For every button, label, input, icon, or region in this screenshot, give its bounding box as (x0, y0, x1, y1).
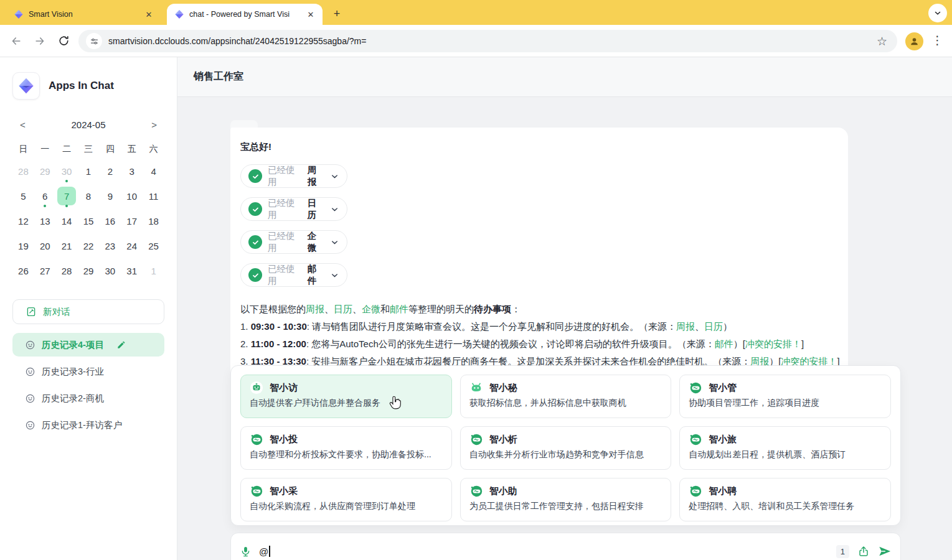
calendar-day[interactable]: 20 (34, 233, 56, 258)
calendar-day[interactable]: 18 (143, 208, 164, 233)
used-tool-pill[interactable]: 已经使用 企微 (240, 230, 347, 254)
calendar-day[interactable]: 30 (56, 159, 78, 184)
calendar-weekdays: 日一二三四五六 (12, 144, 164, 155)
mic-icon[interactable] (240, 546, 252, 558)
next-month-icon[interactable]: > (148, 118, 161, 131)
check-circle-icon (248, 169, 262, 183)
tab-title: chat - Powered by Smart Visi (189, 10, 290, 19)
greeting-text: 宝总好! (240, 141, 838, 153)
agent-card[interactable]: 智小析 自动收集并分析行业市场趋势和竞争对手信息 (460, 426, 672, 470)
calendar-day[interactable]: 13 (34, 208, 56, 233)
agent-card[interactable]: 智小秘 获取招标信息，并从招标信息中获取商机 (460, 375, 672, 418)
calendar-day[interactable]: 14 (56, 208, 78, 233)
chevron-down-icon[interactable] (330, 238, 339, 247)
agent-card[interactable]: 智小采 自动化采购流程，从供应商管理到订单处理 (240, 478, 452, 521)
calendar-day[interactable]: 25 (143, 233, 164, 258)
new-chat-button[interactable]: 新对话 (12, 299, 164, 324)
history-item[interactable]: 历史记录2-商机 (12, 386, 164, 410)
calendar-day[interactable]: 19 (12, 233, 34, 258)
calendar-day[interactable]: 1 (143, 258, 164, 283)
calendar-day[interactable]: 7 (56, 184, 78, 208)
calendar-day[interactable]: 2 (99, 159, 121, 184)
check-circle-icon (248, 235, 262, 249)
tab-chat[interactable]: chat - Powered by Smart Visi ✕ (167, 4, 323, 25)
agent-card[interactable]: 智小旅 自动规划出差日程，提供机票、酒店预订 (679, 426, 891, 470)
source-link[interactable]: 邮件 (390, 304, 408, 314)
calendar-day[interactable]: 30 (99, 258, 121, 283)
calendar-day[interactable]: 10 (121, 184, 143, 208)
tab-search-icon[interactable] (928, 4, 947, 22)
url-bar[interactable]: smartvision.dcclouds.com/appsinchat/2404… (78, 30, 897, 52)
calendar-day[interactable]: 28 (12, 159, 34, 184)
agent-card[interactable]: 智小投 自动整理和分析投标文件要求，协助准备投标... (240, 426, 452, 470)
robot-android-icon (469, 381, 483, 394)
send-icon[interactable] (878, 544, 892, 558)
calendar-day[interactable]: 23 (99, 233, 121, 258)
agent-card[interactable]: 智小助 为员工提供日常工作管理支持，包括日程安排 (460, 478, 672, 521)
back-icon[interactable] (9, 34, 24, 49)
calendar-day[interactable]: 29 (34, 159, 56, 184)
calendar-day[interactable]: 12 (12, 208, 34, 233)
used-tool-pill[interactable]: 已经使用 周报 (240, 164, 347, 188)
source-link[interactable]: 周报 (306, 304, 324, 314)
profile-avatar[interactable] (905, 32, 923, 50)
source-link[interactable]: 日历 (704, 321, 723, 332)
calendar-grid: 2829301234567891011121314151617181920212… (12, 159, 164, 283)
reload-icon[interactable] (56, 34, 71, 49)
source-link[interactable]: 周报 (676, 321, 695, 332)
calendar-day[interactable]: 26 (12, 258, 34, 283)
message-input[interactable]: @ 1 (230, 533, 901, 560)
agent-picker-popup: 智小访 自动提供客户拜访信息并整合服务 智小秘 获取招标信息，并从招标信息中获取… (230, 365, 901, 526)
calendar-day[interactable]: 3 (121, 159, 143, 184)
source-link[interactable]: 冲突的安排！ (745, 338, 801, 349)
chevron-down-icon[interactable] (330, 205, 339, 214)
calendar-day[interactable]: 29 (78, 258, 100, 283)
tab-title: Smart Vision (29, 10, 73, 19)
calendar-day[interactable]: 11 (143, 184, 164, 208)
calendar-day[interactable]: 31 (121, 258, 143, 283)
agent-description: 获取招标信息，并从招标信息中获取商机 (469, 398, 662, 409)
calendar-day[interactable]: 17 (121, 208, 143, 233)
agent-card[interactable]: 智小访 自动提供客户拜访信息并整合服务 (240, 375, 452, 418)
calendar-day[interactable]: 5 (12, 184, 34, 208)
chat-history-icon (25, 420, 35, 431)
calendar-day[interactable]: 27 (34, 258, 56, 283)
used-tool-pill[interactable]: 已经使用 邮件 (240, 263, 347, 287)
new-tab-icon[interactable]: + (329, 6, 345, 22)
calendar-day[interactable]: 1 (78, 159, 100, 184)
upload-icon[interactable] (857, 545, 870, 558)
source-link[interactable]: 企微 (362, 304, 380, 314)
calendar-day[interactable]: 22 (78, 233, 100, 258)
calendar-day[interactable]: 24 (121, 233, 143, 258)
history-item[interactable]: 历史记录3-行业 (12, 360, 164, 383)
menu-dots-icon[interactable]: ⋮ (931, 33, 943, 47)
chat-history-icon (25, 340, 35, 350)
history-item[interactable]: 历史记录4-项目 (12, 333, 164, 357)
todo-section: 以下是根据您的周报、日历、企微和邮件等整理的明天的待办事项： 1. 09:30 … (240, 301, 838, 370)
site-settings-icon[interactable] (86, 33, 102, 49)
close-icon[interactable]: ✕ (143, 9, 154, 20)
source-link[interactable]: 邮件 (715, 338, 733, 349)
calendar-day[interactable]: 9 (99, 184, 121, 208)
agent-description: 为员工提供日常工作管理支持，包括日程安排 (469, 501, 662, 512)
calendar-day[interactable]: 15 (78, 208, 100, 233)
history-item[interactable]: 历史记录1-拜访客户 (12, 413, 164, 437)
calendar-day[interactable]: 6 (34, 184, 56, 208)
forward-icon[interactable] (32, 34, 47, 49)
chevron-down-icon[interactable] (330, 172, 339, 181)
used-tool-pill[interactable]: 已经使用 日历 (240, 197, 347, 221)
calendar-day[interactable]: 4 (143, 159, 164, 184)
bookmark-star-icon[interactable]: ☆ (874, 34, 890, 49)
calendar-day[interactable]: 28 (56, 258, 78, 283)
tab-smart-vision[interactable]: Smart Vision ✕ (6, 4, 161, 25)
source-link[interactable]: 日历 (334, 304, 352, 314)
calendar-day[interactable]: 8 (78, 184, 100, 208)
calendar-day[interactable]: 21 (56, 233, 78, 258)
edit-pencil-icon[interactable] (116, 340, 126, 350)
calendar-day[interactable]: 16 (99, 208, 121, 233)
chevron-down-icon[interactable] (330, 271, 339, 280)
close-icon[interactable]: ✕ (305, 9, 316, 20)
agent-card[interactable]: 智小管 协助项目管理工作，追踪项目进度 (679, 375, 891, 418)
agent-card[interactable]: 智小聘 处理招聘、入职、培训和员工关系管理任务 (679, 478, 891, 521)
prev-month-icon[interactable]: < (16, 118, 29, 131)
